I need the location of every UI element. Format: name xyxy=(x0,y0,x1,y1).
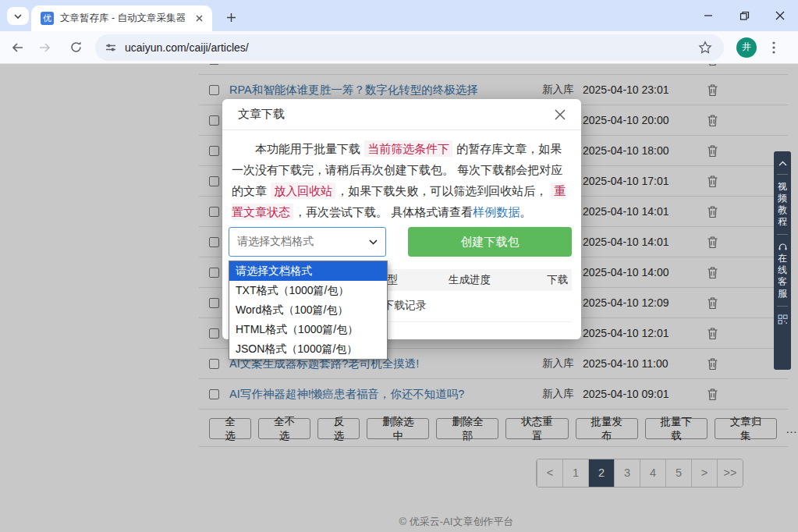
format-option[interactable]: HTML格式（1000篇/包） xyxy=(229,320,387,339)
description-segment: 放入回收站 xyxy=(271,183,335,199)
headset-icon xyxy=(778,243,788,251)
window-minimize-button[interactable] xyxy=(690,0,726,31)
description-segment: 本功能用于批量下载 xyxy=(255,142,364,155)
divider xyxy=(777,306,788,307)
browser-toolbar: ucaiyun.com/caiji/articles/ 井 xyxy=(0,31,798,64)
chevron-down-icon xyxy=(13,13,23,20)
back-to-top-button[interactable] xyxy=(778,161,787,166)
chevron-down-icon xyxy=(369,239,378,245)
divider xyxy=(777,234,788,235)
window-restore-button[interactable] xyxy=(726,0,762,31)
tab-close-button[interactable] xyxy=(192,12,206,26)
url-bar[interactable]: ucaiyun.com/caiji/articles/ xyxy=(95,34,724,61)
browser-window: 优 文章暂存库 - 自动文章采集器-优 xyxy=(0,0,798,532)
online-service-link[interactable]: 在线客服 xyxy=(777,253,788,300)
three-dots-icon xyxy=(772,41,775,54)
browser-tab-strip: 优 文章暂存库 - 自动文章采集器-优 xyxy=(0,0,798,31)
create-download-package-button[interactable]: 创建下载包 xyxy=(408,227,572,257)
format-dropdown-list: 请选择文档格式 TXT格式（1000篇/包） Word格式（100篇/包） HT… xyxy=(229,261,388,360)
description-segment: ，如果下载失败，可以筛选到回收站后， xyxy=(336,184,550,197)
browser-menu-button[interactable] xyxy=(764,38,783,57)
description-segment: 。 xyxy=(520,205,531,218)
divider xyxy=(777,174,788,175)
close-icon xyxy=(775,11,785,20)
url-text[interactable]: ucaiyun.com/caiji/articles/ xyxy=(125,41,696,54)
site-settings-icon xyxy=(105,41,117,54)
restore-icon xyxy=(739,11,750,21)
description-segment: ，再次尝试下载。 具体格式请查看 xyxy=(294,205,473,218)
modal-close-button[interactable] xyxy=(552,106,569,123)
chevron-up-icon xyxy=(778,161,787,166)
site-favicon: 优 xyxy=(41,12,54,25)
reload-icon xyxy=(69,41,83,54)
format-option[interactable]: Word格式（100篇/包） xyxy=(229,300,387,320)
minimize-icon xyxy=(704,11,713,20)
window-close-button[interactable] xyxy=(762,0,798,31)
page-content: RPA和智能体谁更胜一筹？数字化转型的终极选择 新入库 2025-04-10 2… xyxy=(0,64,798,532)
qr-code-icon[interactable] xyxy=(778,314,788,325)
description-segment: 当前筛选条件下 xyxy=(364,140,452,157)
bookmark-star-button[interactable] xyxy=(696,38,715,57)
close-icon xyxy=(196,15,203,22)
format-select[interactable]: 请选择文档格式 xyxy=(229,227,386,257)
plus-icon xyxy=(226,12,236,23)
video-tutorial-link[interactable]: 视频教程 xyxy=(777,181,788,228)
back-arrow-icon xyxy=(9,41,23,55)
reload-button[interactable] xyxy=(62,34,89,61)
close-icon xyxy=(555,109,566,120)
new-tab-button[interactable] xyxy=(222,8,240,27)
floating-side-toolbar: 视频教程 在线客服 xyxy=(774,151,791,370)
forward-arrow-icon xyxy=(39,41,53,55)
profile-avatar[interactable]: 井 xyxy=(736,37,757,58)
format-option[interactable]: JSON格式（1000篇/包） xyxy=(229,339,387,359)
modal-title: 文章下载 xyxy=(238,107,285,122)
browser-tab[interactable]: 优 文章暂存库 - 自动文章采集器-优 xyxy=(31,5,212,31)
format-option[interactable]: 请选择文档格式 xyxy=(229,261,387,281)
star-icon xyxy=(698,41,712,55)
tab-title: 文章暂存库 - 自动文章采集器-优 xyxy=(60,12,185,25)
back-button[interactable] xyxy=(3,34,30,61)
modal-description: 本功能用于批量下载 当前筛选条件下 的暂存库文章，如果一次没有下载完，请稍后再次… xyxy=(222,130,581,222)
format-option[interactable]: TXT格式（1000篇/包） xyxy=(229,281,387,300)
forward-button[interactable] xyxy=(33,34,59,61)
modal-header: 文章下载 xyxy=(222,99,581,130)
format-select-value: 请选择文档格式 xyxy=(237,235,369,249)
tab-search-button[interactable] xyxy=(7,7,29,25)
description-segment: 样例数据 xyxy=(473,205,520,218)
history-col-progress: 生成进度 xyxy=(449,273,491,287)
history-col-download: 下载 xyxy=(547,273,568,287)
